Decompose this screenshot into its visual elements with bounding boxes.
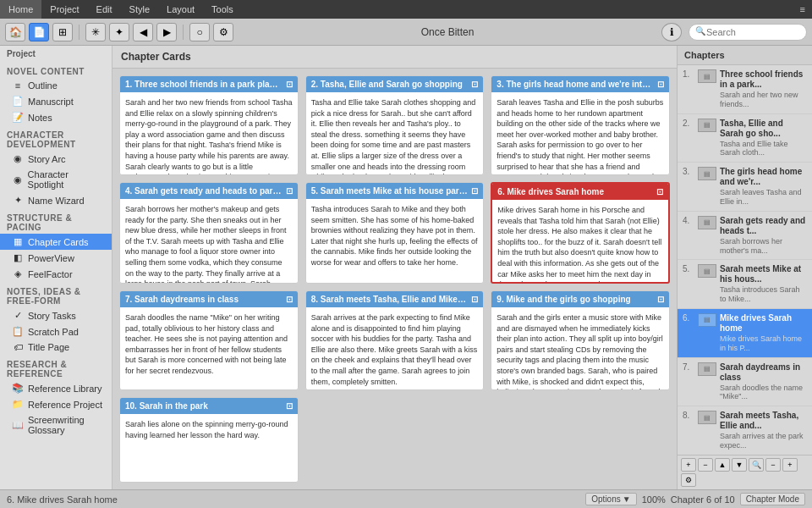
menu-bar: Home Project Edit Style Layout Tools ≡ [0,0,812,19]
card-7[interactable]: 7. Sarah daydreams in class⊡Sarah doodle… [119,290,299,390]
card-icon-7[interactable]: ⊡ [286,295,293,304]
chapter-mode-btn[interactable]: Chapter Mode [740,493,805,505]
panel-btn-add[interactable]: + [681,458,696,472]
panel-btn-down[interactable]: ▼ [732,458,747,472]
chapter-text-1: Three school friends in a park...Sarah a… [720,69,807,109]
sidebar-label-title: Title Page [28,342,69,352]
card-title-10: 10. Sarah in the park [125,401,283,411]
panel-btn-settings[interactable]: ⚙ [681,473,696,487]
scratch-icon: 📋 [12,326,24,337]
menu-edit[interactable]: Edit [88,0,121,19]
chapter-item-8[interactable]: 8.▤Sarah meets Tasha, Ellie and...Sarah … [678,406,812,455]
menu-style[interactable]: Style [121,0,158,19]
toolbar-icon-4[interactable]: ✳ [85,23,106,41]
menu-home[interactable]: Home [0,0,41,19]
chapter-counter: Chapter 6 of 10 [671,494,735,505]
card-3[interactable]: 3. The girls head home and we're introdu… [491,75,670,175]
info-button[interactable]: ℹ [661,23,682,41]
card-icon-9[interactable]: ⊡ [657,295,664,304]
menu-layout[interactable]: Layout [158,0,203,19]
sidebar-item-outline[interactable]: ≡ Outline [0,78,112,93]
sidebar-item-title-page[interactable]: 🏷 Title Page [0,340,112,355]
toolbar-icon-9[interactable]: ⚙ [213,23,233,41]
card-6[interactable]: 6. Mike drives Sarah home⊡Mike drives Sa… [491,182,670,284]
card-icon-4[interactable]: ⊡ [286,186,293,196]
chapter-list: 1.▤Three school friends in a park...Sara… [678,65,812,455]
chapter-num-2: 2. [683,119,694,128]
sidebar-item-storyarc[interactable]: ◉ Story Arc [0,151,112,167]
chapter-thumb-7: ▤ [698,362,716,376]
sidebar-item-story-tasks[interactable]: ✓ Story Tasks [0,307,112,323]
chapter-subtitle-6: Mike drives Sarah home in his P... [720,334,807,353]
card-icon-10[interactable]: ⊡ [286,401,293,411]
chapter-item-1[interactable]: 1.▤Three school friends in a park...Sara… [678,65,812,114]
card-1[interactable]: 1. Three school friends in a park playgr… [119,75,299,175]
sidebar-label-notes: Notes [28,113,52,123]
menu-tools[interactable]: Tools [203,0,242,19]
card-header-1: 1. Three school friends in a park playgr… [120,76,298,92]
toolbar-icon-2[interactable]: 📄 [29,23,49,41]
sidebar-item-scratch-pad[interactable]: 📋 Scratch Pad [0,323,112,340]
card-icon-8[interactable]: ⊡ [471,295,478,304]
menu-project[interactable]: Project [41,0,87,19]
panel-btn-zoom-in[interactable]: + [782,458,798,472]
chapter-thumb-6: ▤ [698,313,716,327]
card-body-10: Sarah lies alone on the spinning merry-g… [120,414,298,482]
card-icon-6[interactable]: ⊡ [656,187,663,196]
panel-btn-search[interactable]: 🔍 [749,458,764,472]
card-icon-5[interactable]: ⊡ [471,186,478,196]
chapter-num-3: 3. [683,167,694,176]
card-body-7: Sarah doodles the name "Mike" on her wri… [120,307,298,382]
chapter-item-2[interactable]: 2.▤Tasha, Ellie and Sarah go sho...Tasha… [678,114,812,163]
sidebar-item-notes[interactable]: 📝 Notes [0,109,112,125]
chapter-text-7: Sarah daydreams in classSarah doodles th… [720,362,807,402]
toolbar-icon-7[interactable]: ▶ [156,23,177,41]
sidebar-item-manuscript[interactable]: 📄 Manuscript [0,93,112,109]
panel-btn-up[interactable]: ▲ [715,458,730,472]
toolbar-icon-8[interactable]: ○ [189,23,210,41]
card-5[interactable]: 5. Sarah meets Mike at his house party a… [305,182,485,284]
toolbar-icon-3[interactable]: ⊞ [52,23,73,41]
chapter-subtitle-2: Tasha and Ellie take Sarah cloth... [720,140,807,158]
card-header-9: 9. Mike and the girls go shopping⊡ [491,291,669,307]
card-9[interactable]: 9. Mike and the girls go shopping⊡Sarah … [491,290,670,390]
search-input[interactable] [689,24,807,41]
sidebar-label-manuscript: Manuscript [28,97,74,107]
chapter-item-3[interactable]: 3.▤The girls head home and we'r...Sarah … [678,163,812,212]
sidebar-label-powerview: PowerView [28,253,74,263]
options-btn[interactable]: Options ▼ [585,493,636,505]
chapter-thumb-8: ▤ [698,411,716,424]
sidebar-item-reference-library[interactable]: 📚 Reference Library [0,380,112,396]
chapter-text-4: Sarah gets ready and heads t...Sarah bor… [720,216,807,256]
card-icon-3[interactable]: ⊡ [657,80,664,89]
card-icon-1[interactable]: ⊡ [286,80,293,89]
panel-btn-zoom-out[interactable]: − [765,458,781,472]
card-title-8: 8. Sarah meets Tasha, Ellie and Mike in … [311,295,469,304]
card-2[interactable]: 2. Tasha, Ellie and Sarah go shopping⊡Ta… [305,75,485,175]
card-icon-2[interactable]: ⊡ [471,80,478,89]
panel-btn-minus[interactable]: − [698,458,713,472]
status-text: 6. Mike drives Sarah home [7,494,579,505]
sidebar-item-screenwriting[interactable]: 📖 Screenwriting Glossary [0,412,112,438]
sidebar-item-feelfactor[interactable]: ◈ FeelFactor [0,266,112,282]
chapter-title-8: Sarah meets Tasha, Ellie and... [720,411,807,431]
toolbar-icon-6[interactable]: ◀ [133,23,153,41]
toolbar-icon-1[interactable]: 🏠 [5,23,25,41]
section-character: CHARACTER DEVELOPMENT [0,125,112,151]
sidebar-item-name-wizard[interactable]: ✦ Name Wizard [0,192,112,208]
card-header-5: 5. Sarah meets Mike at his house party a… [306,183,484,199]
card-10[interactable]: 10. Sarah in the park⊡Sarah lies alone o… [119,397,299,483]
card-title-2: 2. Tasha, Ellie and Sarah go shopping [311,80,469,89]
sidebar-item-reference-project[interactable]: 📁 Reference Project [0,396,112,412]
card-4[interactable]: 4. Sarah gets ready and heads to party w… [119,182,299,284]
card-8[interactable]: 8. Sarah meets Tasha, Ellie and Mike in … [305,290,485,390]
toolbar-icon-5[interactable]: ✦ [109,23,129,41]
chapter-subtitle-5: Tasha introduces Sarah to Mike... [720,285,807,304]
sidebar-item-chapter-cards[interactable]: ▦ Chapter Cards [0,234,112,250]
sidebar-item-powerview[interactable]: ◧ PowerView [0,250,112,266]
chapter-item-5[interactable]: 5.▤Sarah meets Mike at his hous...Tasha … [678,260,812,309]
chapter-item-4[interactable]: 4.▤Sarah gets ready and heads t...Sarah … [678,212,812,261]
sidebar-item-character-spotlight[interactable]: ◉ Character Spotlight [0,167,112,192]
chapter-item-7[interactable]: 7.▤Sarah daydreams in classSarah doodles… [678,358,812,407]
chapter-item-6[interactable]: 6.▤Mike drives Sarah homeMike drives Sar… [678,309,812,358]
